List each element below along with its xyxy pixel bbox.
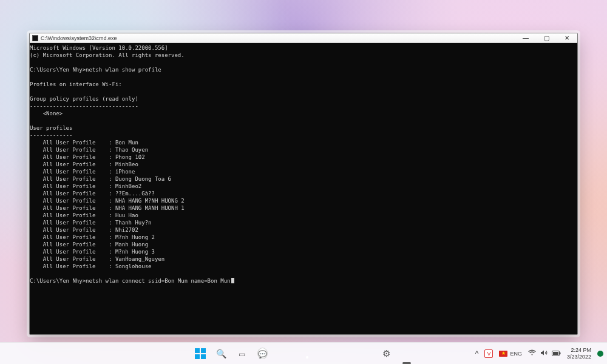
window-controls: — ▢ ✕ <box>515 33 577 43</box>
svg-rect-1 <box>201 348 206 353</box>
taskview-button[interactable] <box>233 345 250 362</box>
show-hidden-icons[interactable]: ^ <box>475 349 479 358</box>
cmd-app[interactable] <box>398 345 415 362</box>
svg-rect-0 <box>195 348 200 353</box>
explorer-app[interactable] <box>316 345 333 362</box>
taskbar: ^ V ENG 2:24 PM 3/23/2022 <box>0 342 607 364</box>
chat-icon <box>257 348 268 359</box>
search-icon <box>216 348 226 359</box>
language-indicator[interactable]: ENG <box>499 351 522 357</box>
titlebar[interactable]: C:\Windows\system32\cmd.exe — ▢ ✕ <box>30 33 577 43</box>
status-icons[interactable] <box>528 349 561 357</box>
cmd-window: C:\Windows\system32\cmd.exe — ▢ ✕ Micros… <box>29 33 578 335</box>
clock[interactable]: 2:24 PM 3/23/2022 <box>567 347 591 360</box>
clock-date: 3/23/2022 <box>567 354 591 360</box>
flag-icon <box>499 351 507 357</box>
terminal-output[interactable]: Microsoft Windows [Version 10.0.22000.55… <box>30 43 577 334</box>
search-button[interactable] <box>212 345 229 362</box>
chrome-app[interactable] <box>295 345 312 362</box>
chat-button[interactable] <box>254 345 271 362</box>
start-button[interactable] <box>192 345 209 362</box>
wifi-icon[interactable] <box>528 349 536 357</box>
text-cursor <box>231 278 234 283</box>
speaker-icon[interactable] <box>540 349 548 357</box>
language-label: ENG <box>510 351 522 357</box>
settings-app[interactable] <box>378 345 395 362</box>
system-tray: ^ V ENG 2:24 PM 3/23/2022 <box>475 343 603 364</box>
svg-rect-3 <box>201 354 206 359</box>
svg-rect-5 <box>553 352 558 355</box>
clock-time: 2:24 PM <box>567 347 591 354</box>
instagram-app[interactable] <box>336 345 353 362</box>
settings-icon <box>382 348 390 359</box>
taskbar-center <box>192 343 415 364</box>
cmd-icon <box>32 35 38 41</box>
unikey-indicator[interactable]: V <box>484 349 493 358</box>
task-icon <box>239 348 245 359</box>
maximize-button[interactable]: ▢ <box>536 33 557 43</box>
minimize-button[interactable]: — <box>515 33 536 43</box>
start-icon <box>194 348 206 360</box>
discord-app[interactable] <box>274 345 291 362</box>
svg-rect-2 <box>195 354 200 359</box>
edge-app[interactable] <box>357 345 374 362</box>
window-title: C:\Windows\system32\cmd.exe <box>41 35 515 41</box>
close-button[interactable]: ✕ <box>557 33 577 43</box>
battery-icon[interactable] <box>552 350 561 357</box>
notifications-button[interactable] <box>597 351 603 357</box>
svg-rect-6 <box>560 352 561 354</box>
